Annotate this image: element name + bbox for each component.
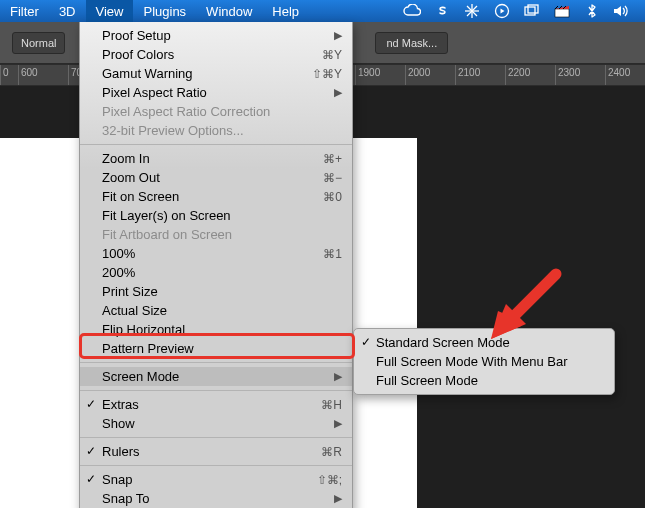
view-menu-dropdown: Proof Setup▶Proof Colors⌘YGamut Warning⇧… — [79, 22, 353, 508]
menu-item-actual-size[interactable]: Actual Size — [80, 301, 352, 320]
menu-item-snap[interactable]: ✓Snap⇧⌘; — [80, 470, 352, 489]
submenu-arrow-icon: ▶ — [334, 492, 342, 505]
windows-icon[interactable] — [523, 2, 541, 20]
cloud-icon[interactable] — [403, 2, 421, 20]
menu-item-pattern-preview[interactable]: Pattern Preview — [80, 339, 352, 358]
menu-item-label: Fit Artboard on Screen — [102, 227, 232, 242]
menu-item-snap-to[interactable]: Snap To▶ — [80, 489, 352, 508]
menu-item-label: Actual Size — [102, 303, 167, 318]
menu-item-label: Fit on Screen — [102, 189, 179, 204]
ruler-tick: 2100 — [455, 65, 505, 85]
submenu-item-standard-screen-mode[interactable]: ✓Standard Screen Mode — [354, 333, 614, 352]
ruler-tick: 0 — [0, 65, 18, 85]
menu-shortcut: ⌘H — [321, 398, 342, 412]
ruler-tick: 1900 — [355, 65, 405, 85]
menu-item-label: Snap To — [102, 491, 149, 506]
menu-item-zoom-in[interactable]: Zoom In⌘+ — [80, 149, 352, 168]
menu-item-label: Gamut Warning — [102, 66, 193, 81]
menu-separator — [80, 144, 352, 145]
ruler-tick: 2200 — [505, 65, 555, 85]
submenu-item-label: Standard Screen Mode — [376, 335, 510, 350]
menu-item-label: Snap — [102, 472, 132, 487]
menu-item-label: Flip Horizontal — [102, 322, 185, 337]
play-circle-icon[interactable] — [493, 2, 511, 20]
menu-help[interactable]: Help — [262, 0, 309, 22]
snowflake-icon[interactable] — [463, 2, 481, 20]
menubar-left: Filter 3D View Plugins Window Help — [0, 0, 309, 22]
submenu-item-full-screen-mode-with-menu-bar[interactable]: Full Screen Mode With Menu Bar — [354, 352, 614, 371]
menu-item-label: Show — [102, 416, 135, 431]
menu-item-label: Proof Setup — [102, 28, 171, 43]
menu-item-zoom-out[interactable]: Zoom Out⌘− — [80, 168, 352, 187]
menu-3d[interactable]: 3D — [49, 0, 86, 22]
menu-window[interactable]: Window — [196, 0, 262, 22]
menu-shortcut: ⌘0 — [323, 190, 342, 204]
menu-item-100[interactable]: 100%⌘1 — [80, 244, 352, 263]
bluetooth-icon[interactable] — [583, 2, 601, 20]
menu-view[interactable]: View — [86, 0, 134, 22]
menu-shortcut: ⌘1 — [323, 247, 342, 261]
menu-item-print-size[interactable]: Print Size — [80, 282, 352, 301]
menu-item-proof-setup[interactable]: Proof Setup▶ — [80, 26, 352, 45]
menu-item-200[interactable]: 200% — [80, 263, 352, 282]
menu-item-fit-artboard-on-screen: Fit Artboard on Screen — [80, 225, 352, 244]
select-and-mask-button[interactable]: nd Mask... — [375, 32, 448, 54]
menu-item-label: Pixel Aspect Ratio Correction — [102, 104, 270, 119]
menu-item-fit-layer-s-on-screen[interactable]: Fit Layer(s) on Screen — [80, 206, 352, 225]
check-icon: ✓ — [361, 335, 371, 349]
menu-item-rulers[interactable]: ✓Rulers⌘R — [80, 442, 352, 461]
menu-item-label: Fit Layer(s) on Screen — [102, 208, 231, 223]
menu-item-label: 32-bit Preview Options... — [102, 123, 244, 138]
clapper-icon[interactable] — [553, 2, 571, 20]
menu-item-flip-horizontal[interactable]: Flip Horizontal — [80, 320, 352, 339]
menu-item-label: Pattern Preview — [102, 341, 194, 356]
submenu-item-label: Full Screen Mode With Menu Bar — [376, 354, 567, 369]
menu-separator — [80, 465, 352, 466]
submenu-item-full-screen-mode[interactable]: Full Screen Mode — [354, 371, 614, 390]
menu-shortcut: ⌘Y — [322, 48, 342, 62]
menu-shortcut: ⌘+ — [323, 152, 342, 166]
svg-rect-5 — [525, 7, 535, 15]
menubar: Filter 3D View Plugins Window Help — [0, 0, 645, 22]
menu-item-pixel-aspect-ratio-correction: Pixel Aspect Ratio Correction — [80, 102, 352, 121]
menu-item-32-bit-preview-options: 32-bit Preview Options... — [80, 121, 352, 140]
submenu-item-label: Full Screen Mode — [376, 373, 478, 388]
menu-item-label: Zoom Out — [102, 170, 160, 185]
menu-item-label: Proof Colors — [102, 47, 174, 62]
menu-filter[interactable]: Filter — [0, 0, 49, 22]
ruler-tick: 2000 — [405, 65, 455, 85]
menu-separator — [80, 437, 352, 438]
menu-item-proof-colors[interactable]: Proof Colors⌘Y — [80, 45, 352, 64]
submenu-arrow-icon: ▶ — [334, 417, 342, 430]
ruler-tick: 2400 — [605, 65, 645, 85]
menu-item-gamut-warning[interactable]: Gamut Warning⇧⌘Y — [80, 64, 352, 83]
ruler-tick: 600 — [18, 65, 68, 85]
check-icon: ✓ — [86, 472, 96, 486]
menu-plugins[interactable]: Plugins — [133, 0, 196, 22]
menu-item-label: Screen Mode — [102, 369, 179, 384]
menu-item-label: Print Size — [102, 284, 158, 299]
menu-separator — [80, 390, 352, 391]
ruler-tick: 2300 — [555, 65, 605, 85]
volume-icon[interactable] — [613, 2, 631, 20]
menu-item-fit-on-screen[interactable]: Fit on Screen⌘0 — [80, 187, 352, 206]
blend-mode-select[interactable]: Normal — [12, 32, 65, 54]
menu-shortcut: ⌘− — [323, 171, 342, 185]
menu-item-extras[interactable]: ✓Extras⌘H — [80, 395, 352, 414]
menu-item-label: Rulers — [102, 444, 140, 459]
submenu-arrow-icon: ▶ — [334, 86, 342, 99]
menu-shortcut: ⇧⌘Y — [312, 67, 342, 81]
blend-mode-value: Normal — [21, 37, 56, 49]
svg-rect-7 — [555, 9, 569, 17]
menu-item-show[interactable]: Show▶ — [80, 414, 352, 433]
menubar-right — [403, 0, 645, 22]
menu-item-screen-mode[interactable]: Screen Mode▶ — [80, 367, 352, 386]
check-icon: ✓ — [86, 397, 96, 411]
submenu-arrow-icon: ▶ — [334, 370, 342, 383]
check-icon: ✓ — [86, 444, 96, 458]
menu-item-label: 100% — [102, 246, 135, 261]
submenu-arrow-icon: ▶ — [334, 29, 342, 42]
menu-item-label: Extras — [102, 397, 139, 412]
s-logo-icon[interactable] — [433, 2, 451, 20]
menu-item-pixel-aspect-ratio[interactable]: Pixel Aspect Ratio▶ — [80, 83, 352, 102]
